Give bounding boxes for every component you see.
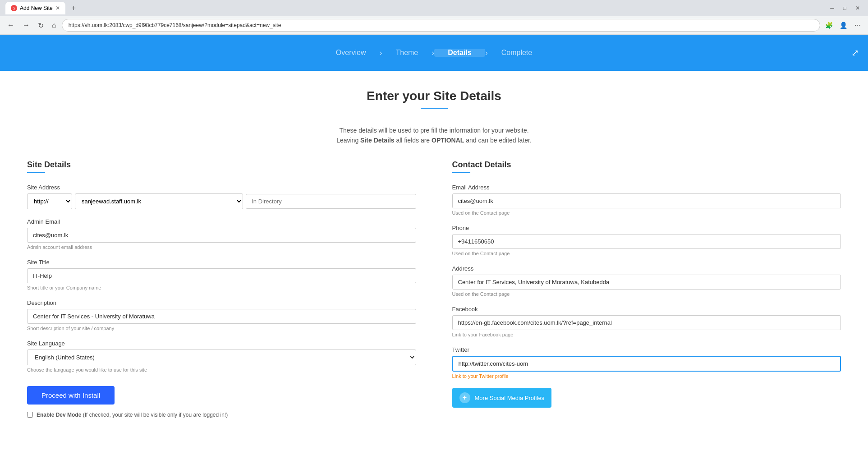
site-title-hint: Short title or your Company name — [27, 285, 416, 290]
contact-details-underline — [452, 172, 470, 173]
back-button[interactable]: ← — [5, 19, 17, 31]
add-social-label: More Social Media Profiles — [475, 395, 545, 401]
admin-email-input[interactable] — [27, 228, 416, 243]
site-details-title: Site Details — [27, 160, 416, 170]
address-hint: Used on the Contact page — [452, 291, 841, 297]
dev-mode-hint: (If checked, your site will be visible o… — [83, 412, 228, 418]
main-content: Enter your Site Details These details wi… — [0, 71, 868, 469]
description-group: Description Short description of your si… — [27, 299, 416, 331]
reload-button[interactable]: ↻ — [35, 19, 46, 32]
site-language-group: Site Language English (United States) Ch… — [27, 340, 416, 372]
toolbar-icons: 🧩 👤 ⋯ — [823, 19, 863, 31]
site-language-label: Site Language — [27, 340, 416, 347]
site-details-underline — [27, 172, 45, 173]
site-language-select[interactable]: English (United States) — [27, 349, 416, 365]
profile-icon[interactable]: 👤 — [837, 19, 849, 31]
directory-input[interactable] — [246, 194, 416, 209]
browser-toolbar: ← → ↻ ⌂ 🧩 👤 ⋯ — [0, 16, 868, 34]
close-browser-button[interactable]: ✕ — [853, 3, 863, 13]
subtitle-site-details: Site Details — [360, 137, 394, 144]
site-title-group: Site Title Short title or your Company n… — [27, 259, 416, 290]
subtitle-fields-are: all fields are — [396, 137, 432, 144]
contact-details-title: Contact Details — [452, 160, 841, 170]
menu-icon[interactable]: ⋯ — [852, 19, 863, 31]
wizard-step-complete-label: Complete — [501, 49, 532, 57]
subtitle-optional: OPTIONAL — [432, 137, 464, 144]
phone-hint: Used on the Contact page — [452, 251, 841, 256]
add-social-button[interactable]: + More Social Media Profiles — [452, 388, 552, 408]
title-underline — [421, 108, 448, 109]
wizard-step-details[interactable]: Details — [434, 49, 485, 57]
contact-email-input[interactable] — [452, 193, 841, 208]
contact-details-section: Contact Details Email Address Used on th… — [452, 160, 841, 418]
two-column-layout: Site Details Site Address http:// https:… — [27, 160, 841, 418]
site-language-hint: Choose the language you would like to us… — [27, 367, 416, 372]
wizard-step-overview[interactable]: Overview — [322, 49, 380, 57]
domain-select[interactable]: sanjeewad.staff.uom.lk — [75, 193, 243, 209]
admin-email-label: Admin Email — [27, 218, 416, 225]
address-input[interactable] — [452, 275, 841, 290]
subtitle-leaving: Leaving — [336, 137, 360, 144]
phone-input[interactable] — [452, 234, 841, 249]
site-title-label: Site Title — [27, 259, 416, 266]
protocol-select[interactable]: http:// https:// — [27, 193, 72, 209]
wizard-step-details-label: Details — [448, 49, 471, 57]
browser-titlebar: S Add New Site ✕ + ─ □ ✕ — [0, 0, 868, 16]
address-bar[interactable] — [62, 19, 820, 32]
new-tab-button[interactable]: + — [69, 4, 78, 12]
address-group: Address Used on the Contact page — [452, 265, 841, 297]
site-address-row: http:// https:// sanjeewad.staff.uom.lk — [27, 193, 416, 209]
proceed-button[interactable]: Proceed with Install — [27, 386, 115, 405]
description-hint: Short description of your site / company — [27, 326, 416, 331]
wizard-step-complete[interactable]: Complete — [488, 49, 546, 57]
maximize-button[interactable]: □ — [840, 3, 849, 13]
contact-email-hint: Used on the Contact page — [452, 210, 841, 216]
contact-email-label: Email Address — [452, 184, 841, 191]
browser-chrome: S Add New Site ✕ + ─ □ ✕ ← → ↻ ⌂ 🧩 👤 ⋯ — [0, 0, 868, 35]
site-details-section: Site Details Site Address http:// https:… — [27, 160, 416, 418]
phone-label: Phone — [452, 225, 841, 231]
description-label: Description — [27, 299, 416, 306]
minimize-button[interactable]: ─ — [827, 3, 837, 13]
browser-tab[interactable]: S Add New Site ✕ — [5, 2, 65, 14]
dev-mode-row: Enable Dev Mode (If checked, your site w… — [27, 412, 416, 418]
tab-close-button[interactable]: ✕ — [55, 5, 60, 11]
home-button[interactable]: ⌂ — [49, 19, 59, 31]
dev-mode-checkbox[interactable] — [27, 412, 33, 418]
tab-label: Add New Site — [20, 5, 53, 11]
wizard-step-theme[interactable]: Theme — [382, 49, 432, 57]
phone-group: Phone Used on the Contact page — [452, 225, 841, 256]
dev-mode-label-strong: Enable Dev Mode — [37, 412, 81, 418]
page-subtitle-1: These details will be used to pre fill t… — [27, 127, 841, 134]
tab-favicon: S — [11, 5, 17, 11]
expand-icon[interactable]: ⤢ — [851, 47, 859, 58]
site-title-input[interactable] — [27, 268, 416, 283]
twitter-group: Twitter Link to your Twitter profile — [452, 346, 841, 379]
admin-email-group: Admin Email Admin account email address — [27, 218, 416, 250]
extensions-icon[interactable]: 🧩 — [823, 19, 835, 31]
wizard-steps: Overview › Theme › Details › Complete — [322, 48, 546, 58]
facebook-hint: Link to your Facebook page — [452, 332, 841, 337]
wizard-step-theme-label: Theme — [395, 49, 418, 57]
email-group: Email Address Used on the Contact page — [452, 184, 841, 216]
add-social-icon: + — [459, 392, 470, 403]
dev-mode-label: Enable Dev Mode (If checked, your site w… — [37, 412, 228, 418]
page-subtitle-2: Leaving Site Details all fields are OPTI… — [27, 137, 841, 144]
twitter-hint: Link to your Twitter profile — [452, 373, 841, 379]
twitter-label: Twitter — [452, 346, 841, 353]
twitter-input[interactable] — [452, 356, 841, 372]
forward-button[interactable]: → — [20, 19, 32, 31]
facebook-input[interactable] — [452, 315, 841, 330]
description-input[interactable] — [27, 309, 416, 324]
site-address-label: Site Address — [27, 184, 416, 191]
site-address-group: Site Address http:// https:// sanjeewad.… — [27, 184, 416, 209]
subtitle-end: and can be edited later. — [466, 137, 532, 144]
wizard-step-overview-label: Overview — [336, 49, 366, 57]
wizard-navigation: Overview › Theme › Details › Complete ⤢ — [0, 35, 868, 71]
page-title: Enter your Site Details — [27, 89, 841, 103]
facebook-group: Facebook Link to your Facebook page — [452, 306, 841, 337]
address-label: Address — [452, 265, 841, 272]
facebook-label: Facebook — [452, 306, 841, 313]
admin-email-hint: Admin account email address — [27, 244, 416, 250]
